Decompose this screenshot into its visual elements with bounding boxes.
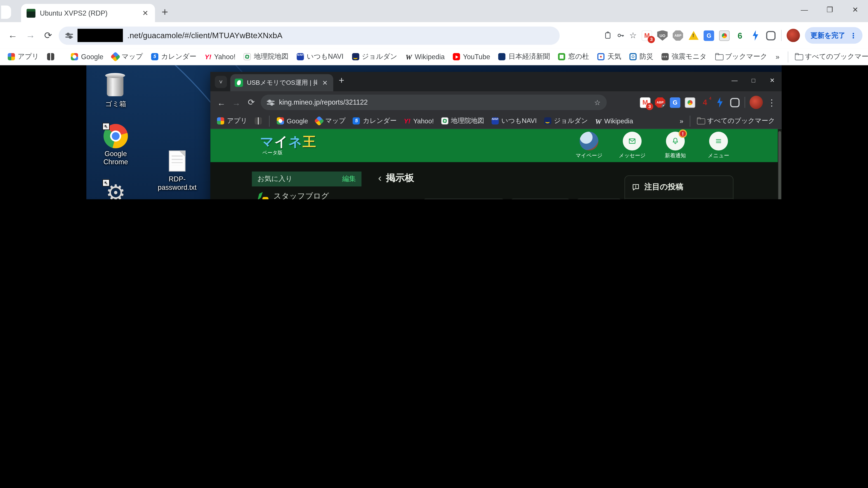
bookmark-kyoshin[interactable]: 強震モニタ bbox=[662, 52, 707, 61]
bookmark-maps[interactable]: マップ bbox=[112, 52, 143, 61]
outer-active-tab[interactable]: Ubuntu XVPS2 (RDP) ✕ bbox=[21, 4, 155, 22]
site-settings-icon[interactable] bbox=[267, 100, 274, 104]
browser-menu-icon[interactable]: ⋮ bbox=[850, 31, 857, 39]
outer-url-text[interactable]: .net/guacamole/#/client/MTUAYwBteXNxbA bbox=[127, 31, 282, 40]
bookmark-apps[interactable]: アプリ bbox=[217, 116, 247, 126]
tab-search-button[interactable] bbox=[1, 5, 11, 19]
outer-new-tab-button[interactable]: + bbox=[162, 5, 168, 18]
inner-back-button[interactable]: ← bbox=[216, 98, 227, 107]
all-bookmarks[interactable]: すべてのブックマーク bbox=[697, 116, 775, 126]
clipboard-icon[interactable] bbox=[604, 32, 612, 39]
desktop-icon-trash[interactable]: ゴミ箱 bbox=[89, 74, 142, 108]
bookmark-madonomori[interactable]: 窓の杜 bbox=[558, 52, 589, 61]
inner-tab-search-button[interactable]: ˅ bbox=[215, 76, 227, 88]
ublock-extension-icon[interactable]: UO bbox=[657, 30, 668, 41]
adblock-plus-extension-icon[interactable]: ABP bbox=[673, 30, 683, 41]
bookmark-wikipedia[interactable]: WWikipedia bbox=[405, 53, 445, 61]
outer-forward-button[interactable]: → bbox=[23, 30, 38, 41]
outer-close-button[interactable]: ✕ bbox=[842, 0, 868, 20]
extensions-puzzle-icon[interactable] bbox=[766, 30, 776, 41]
bookmark-gsi-map[interactable]: 地理院地図 bbox=[244, 52, 288, 61]
warning-extension-icon[interactable] bbox=[688, 30, 699, 41]
inner-close-button[interactable]: ✕ bbox=[763, 72, 782, 88]
bookmark-bosai[interactable]: 防災 bbox=[629, 52, 653, 61]
desktop-icon-midori[interactable]: ⚙ Midori bbox=[89, 180, 142, 199]
desktop-icon-chrome[interactable]: Google Chrome bbox=[89, 124, 142, 167]
bookmark-jorudan[interactable]: ジョルダン bbox=[544, 116, 588, 126]
tab-category[interactable]: カテゴリー bbox=[509, 199, 572, 199]
inner-minimize-button[interactable]: — bbox=[725, 72, 744, 88]
bookmark-itsumo-navi[interactable]: NAVIいつもNAVI bbox=[297, 52, 344, 61]
bookmark-yahoo[interactable]: Y!Yahoo! bbox=[205, 53, 236, 61]
inner-active-tab[interactable]: USBメモリでOS運用 | 掲示板 ✕ bbox=[230, 74, 333, 91]
photos-extension-icon[interactable] bbox=[685, 97, 695, 108]
bookmark-wikipedia[interactable]: WWikipedia bbox=[595, 117, 633, 125]
bookmark-grid[interactable] bbox=[47, 53, 55, 60]
page-scrollbar[interactable] bbox=[778, 129, 782, 199]
inner-tab-close-icon[interactable]: ✕ bbox=[321, 79, 329, 87]
sidebar-item-staff-blog[interactable]: スタッフブログ bbox=[252, 186, 362, 199]
bookmark-itsumo-navi[interactable]: NAVIいつもNAVI bbox=[491, 116, 537, 126]
bookmark-yahoo[interactable]: Y!Yahoo! bbox=[404, 117, 434, 125]
bookmark-google[interactable]: Google bbox=[277, 117, 308, 125]
bookmark-tenki[interactable]: 天気 bbox=[597, 52, 621, 61]
adblock-plus-extension-icon[interactable]: ABP18 bbox=[655, 97, 665, 108]
bookmark-apps[interactable]: アプリ bbox=[8, 52, 39, 61]
profile-avatar[interactable] bbox=[749, 96, 763, 109]
inner-new-tab-button[interactable]: + bbox=[339, 75, 344, 86]
bookmark-gsi-map[interactable]: 地理院地図 bbox=[441, 116, 484, 126]
four-extension-icon[interactable]: 4 bbox=[700, 97, 710, 108]
tab-help[interactable]: ヘルプ bbox=[576, 199, 623, 199]
favorites-edit-link[interactable]: 編集 bbox=[342, 174, 356, 184]
bookmark-star-icon[interactable]: ☆ bbox=[629, 31, 637, 40]
bookmark-maps[interactable]: マップ bbox=[315, 116, 346, 126]
bookmark-calendar[interactable]: 5カレンダー bbox=[151, 52, 196, 61]
all-bookmarks[interactable]: すべてのブックマーク bbox=[795, 52, 868, 61]
inner-maximize-button[interactable]: □ bbox=[744, 72, 763, 88]
nav-menu[interactable]: メニュー bbox=[703, 132, 734, 159]
nav-notifications[interactable]: ! 新着通知 bbox=[660, 132, 691, 159]
extensions-puzzle-icon[interactable] bbox=[730, 97, 740, 108]
profile-avatar[interactable] bbox=[786, 29, 800, 42]
bookmark-grid[interactable] bbox=[254, 117, 262, 125]
bookmark-youtube[interactable]: YouTube bbox=[453, 53, 490, 61]
site-settings-icon[interactable] bbox=[65, 33, 73, 37]
nav-mypage[interactable]: マイページ bbox=[574, 132, 604, 159]
chrome-update-button[interactable]: 更新を完了 ⋮ bbox=[805, 27, 862, 43]
lightning-extension-icon[interactable] bbox=[715, 97, 725, 108]
password-key-icon[interactable] bbox=[617, 32, 624, 39]
bookmark-folder[interactable]: ブックマーク bbox=[715, 52, 767, 61]
scrollbar-thumb[interactable] bbox=[778, 131, 781, 199]
nav-messages[interactable]: メッセージ bbox=[617, 132, 648, 159]
bookmark-star-icon[interactable]: ☆ bbox=[594, 98, 601, 107]
tab-yuzurune-board[interactable]: ゆずるね。掲示板 bbox=[422, 199, 505, 199]
browser-menu-icon[interactable]: ⋮ bbox=[767, 97, 776, 108]
board-back-heading[interactable]: ‹ 掲示板 bbox=[378, 171, 615, 184]
inner-address-bar[interactable]: king.mineo.jp/reports/321122 ☆ bbox=[260, 95, 607, 110]
lightning-extension-icon[interactable] bbox=[750, 30, 761, 41]
bookmark-calendar[interactable]: 5カレンダー bbox=[353, 116, 397, 126]
inner-reload-button[interactable]: ⟳ bbox=[246, 97, 257, 107]
outer-maximize-button[interactable]: ❐ bbox=[817, 0, 843, 20]
counter-extension-icon[interactable]: 6 bbox=[735, 30, 745, 41]
translate-extension-icon[interactable]: G bbox=[670, 97, 680, 108]
bookmark-jorudan[interactable]: ジョルダン bbox=[352, 52, 397, 61]
outer-back-button[interactable]: ← bbox=[5, 30, 20, 41]
inner-forward-button[interactable]: → bbox=[231, 98, 242, 107]
outer-tab-close-icon[interactable]: ✕ bbox=[141, 9, 150, 17]
mineo-logo[interactable]: マイネ王 bbox=[260, 133, 316, 151]
bookmarks-overflow[interactable]: » bbox=[680, 117, 683, 125]
translate-extension-icon[interactable]: G bbox=[704, 30, 714, 41]
photos-extension-icon[interactable] bbox=[719, 30, 730, 41]
bookmark-nikkei[interactable]: 日本経済新聞 bbox=[498, 52, 550, 61]
outer-address-bar[interactable]: .net/guacamole/#/client/MTUAYwBteXNxbA bbox=[59, 26, 560, 44]
outer-minimize-button[interactable]: — bbox=[792, 0, 817, 20]
outer-reload-button[interactable]: ⟳ bbox=[41, 30, 55, 41]
featured-post[interactable]: ととちずさん SGマスタ 交流スペース > イベント・企画 終了しました✨第58… bbox=[625, 199, 733, 199]
gmail-extension-icon[interactable]: M3 bbox=[640, 97, 651, 108]
desktop-icon-rdp-password[interactable]: RDP-password.txt bbox=[151, 149, 204, 192]
bookmark-google[interactable]: Google bbox=[71, 53, 103, 61]
bookmarks-overflow[interactable]: » bbox=[776, 53, 779, 61]
gmail-extension-icon[interactable]: M3 bbox=[642, 30, 652, 41]
inner-url-text[interactable]: king.mineo.jp/reports/321122 bbox=[279, 98, 590, 106]
